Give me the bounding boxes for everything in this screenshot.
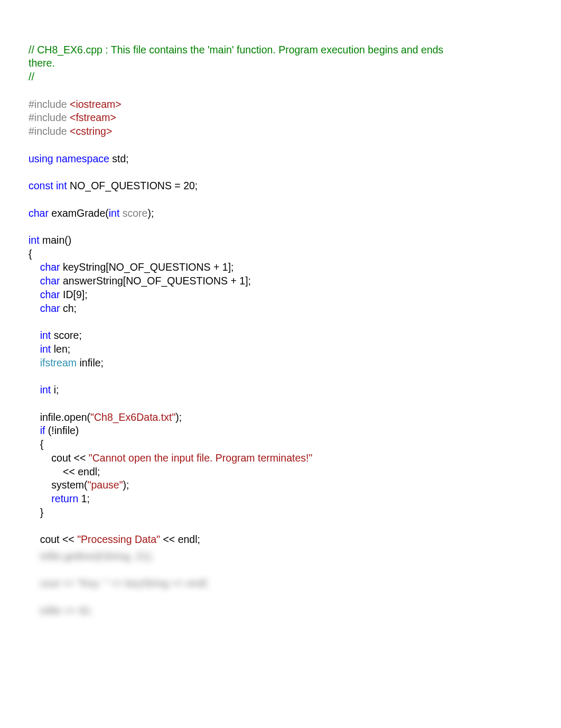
preproc-hash: #include xyxy=(29,125,67,137)
keyword-if: if xyxy=(40,425,45,436)
var-ch: ch; xyxy=(60,302,77,314)
blurred-line: infile.getline(kString, 21); xyxy=(29,550,532,564)
return-type: int xyxy=(29,234,40,246)
indent xyxy=(29,479,51,491)
keyword-return: return xyxy=(51,493,78,504)
stmt-end: ); xyxy=(123,479,129,491)
code-block: // CH8_EX6.cpp : This file contains the … xyxy=(29,30,532,547)
system-call: system( xyxy=(51,479,87,491)
var-answerstring: answerString[NO_OF_QUESTIONS + 1]; xyxy=(60,275,251,287)
type-ifstream: ifstream xyxy=(40,357,77,368)
include-header: <iostream> xyxy=(67,98,121,110)
var-i: i; xyxy=(51,384,59,395)
return-type: char xyxy=(29,207,49,219)
stmt-end: ); xyxy=(175,411,182,423)
type-char: char xyxy=(40,275,60,287)
comment-line: // CH8_EX6.cpp : This file contains the … xyxy=(29,44,443,56)
param-type: int xyxy=(109,207,120,219)
if-condition: (!infile) xyxy=(45,425,79,436)
preproc-hash: #include xyxy=(29,98,67,110)
infile-open: infile.open( xyxy=(40,411,90,423)
comment-line: there. xyxy=(29,57,55,69)
cout-start: cout << xyxy=(40,533,77,545)
include-header: <cstring> xyxy=(67,125,113,137)
indent xyxy=(29,384,40,395)
var-infile: infile; xyxy=(77,357,104,368)
indent xyxy=(29,493,51,504)
indent xyxy=(29,438,40,450)
indent xyxy=(29,533,40,545)
include-header: <fstream> xyxy=(67,112,116,123)
brace-close: } xyxy=(40,506,44,518)
type-char: char xyxy=(40,261,60,273)
namespace-name: std; xyxy=(109,153,129,164)
string-error: "Cannot open the input file. Program ter… xyxy=(89,452,313,464)
var-len: len; xyxy=(51,343,70,355)
indent xyxy=(29,343,40,355)
endl-stmt: << endl; xyxy=(160,533,200,545)
keyword-namespace: namespace xyxy=(53,153,109,164)
indent xyxy=(29,289,40,300)
cout-start: cout << xyxy=(51,452,88,464)
indent xyxy=(29,261,40,273)
fn-end: ); xyxy=(147,207,154,219)
indent xyxy=(29,452,51,464)
indent xyxy=(29,506,40,518)
type-int: int xyxy=(40,384,51,395)
keyword-using: using xyxy=(29,153,53,164)
type-char: char xyxy=(40,302,60,314)
var-score: score; xyxy=(51,329,82,341)
blurred-blank xyxy=(29,564,532,577)
var-keystring: keyString[NO_OF_QUESTIONS + 1]; xyxy=(60,261,234,273)
indent xyxy=(29,302,40,314)
document-page: // CH8_EX6.cpp : This file contains the … xyxy=(0,0,561,639)
indent xyxy=(29,357,40,368)
comment-line: // xyxy=(29,71,34,82)
indent xyxy=(29,425,40,436)
endl-stmt: << endl; xyxy=(63,466,100,477)
blurred-preview: infile.getline(kString, 21); cout << "Ke… xyxy=(29,550,532,618)
keyword-int: int xyxy=(53,180,67,191)
return-value: 1; xyxy=(78,493,90,504)
indent xyxy=(29,329,40,341)
brace-open: { xyxy=(29,248,32,260)
brace-open: { xyxy=(40,438,44,450)
blurred-line: cout << "Key: " << keyString << endl; xyxy=(29,577,532,591)
preproc-hash: #include xyxy=(29,112,67,123)
var-id: ID[9]; xyxy=(60,289,88,300)
string-pause: "pause" xyxy=(88,479,123,491)
indent xyxy=(29,466,63,477)
type-char: char xyxy=(40,289,60,300)
blurred-line: infile >> ID; xyxy=(29,604,532,618)
string-processing: "Processing Data" xyxy=(77,533,160,545)
const-decl: NO_OF_QUESTIONS = 20; xyxy=(67,180,198,191)
param-name: score xyxy=(119,207,147,219)
string-filename: "Ch8_Ex6Data.txt" xyxy=(90,411,175,423)
fn-main: main() xyxy=(40,234,72,246)
indent xyxy=(29,411,40,423)
blurred-blank xyxy=(29,591,532,604)
fn-name: examGrade( xyxy=(49,207,109,219)
indent xyxy=(29,275,40,287)
type-int: int xyxy=(40,329,51,341)
type-int: int xyxy=(40,343,51,355)
keyword-const: const xyxy=(29,180,53,191)
